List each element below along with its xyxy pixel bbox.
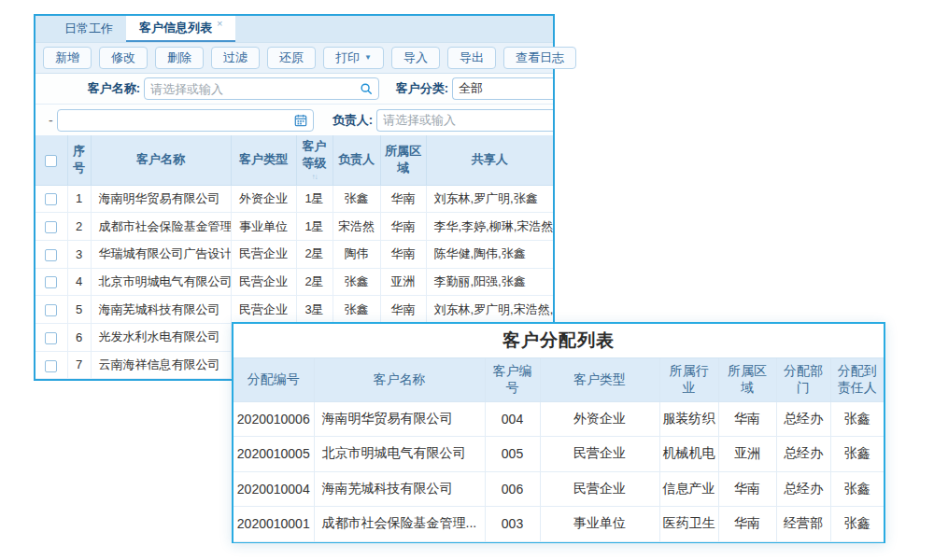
cell-customer-name[interactable]: 海南明华贸易有限公司 xyxy=(314,401,485,437)
cell-assignee[interactable]: 张鑫 xyxy=(830,401,884,437)
cell-industry: 服装纺织 xyxy=(659,401,718,437)
col-region: 所属区域 xyxy=(380,135,426,185)
cell-alloc-no[interactable]: 2020010001 xyxy=(234,507,314,542)
cell-alloc-no[interactable]: 2020010004 xyxy=(234,471,314,507)
cell-customer-type: 事业单位 xyxy=(540,507,659,542)
row-checkbox[interactable] xyxy=(45,221,57,233)
tab-customer-info-list[interactable]: 客户信息列表 × xyxy=(126,16,235,42)
cell-region: 华南 xyxy=(718,401,776,437)
cell-customer-no: 003 xyxy=(485,507,540,542)
table-row[interactable]: 2020010001 成都市社会保险基金管理... 003 事业单位 医药卫生 … xyxy=(234,507,884,542)
edit-button[interactable]: 修改 xyxy=(99,47,148,69)
cell-customer-name[interactable]: 云南海祥信息有限公司 xyxy=(91,351,231,379)
row-select xyxy=(35,323,67,351)
table-row[interactable]: 2020010005 北京市明城电气有限公司 005 民营企业 机械机电 亚洲 … xyxy=(234,437,884,472)
tab-close-icon[interactable]: × xyxy=(217,18,222,29)
cell-region: 华南 xyxy=(380,213,426,241)
customer-category-value: 全部 xyxy=(459,80,483,97)
print-button-label: 打印 xyxy=(335,50,360,65)
cell-assignee[interactable]: 张鑫 xyxy=(830,507,884,542)
col-customer-no: 客户编号 xyxy=(485,358,540,401)
cell-no: 7 xyxy=(67,351,91,379)
tab-bar: 日常工作 客户信息列表 × xyxy=(35,16,553,43)
cell-shared: 李华,李婷,柳琳,宋浩然,张鑫 xyxy=(426,213,553,241)
table-row[interactable]: 2020010006 海南明华贸易有限公司 004 外资企业 服装纺织 华南 总… xyxy=(234,401,884,437)
cell-alloc-no[interactable]: 2020010005 xyxy=(234,437,314,472)
row-select xyxy=(35,240,67,268)
customer-name-input[interactable] xyxy=(150,82,360,96)
allocation-list-title: 客户分配列表 xyxy=(234,324,884,358)
sort-icon[interactable]: ↑↓ xyxy=(297,174,333,181)
table-row[interactable]: 1 海南明华贸易有限公司 外资企业 1星 张鑫 华南 刘东林,罗广明,张鑫 xyxy=(35,185,553,213)
customer-category-select[interactable]: 全部 xyxy=(452,77,553,100)
select-all-header xyxy=(35,135,67,185)
row-select xyxy=(35,351,67,379)
date-range-separator: - xyxy=(47,113,55,128)
cell-alloc-no[interactable]: 2020010006 xyxy=(234,401,314,437)
cell-customer-name[interactable]: 北京市明城电气有限公司 xyxy=(314,437,485,472)
add-button[interactable]: 新增 xyxy=(43,47,92,69)
cell-shared: 刘东林,罗广明,宋浩然,张鑫 xyxy=(426,296,553,324)
cell-no: 3 xyxy=(67,240,91,268)
cell-customer-level: 1星 xyxy=(296,213,333,241)
cell-customer-name[interactable]: 北京市明城电气有限公司 xyxy=(91,268,231,296)
date-field xyxy=(57,109,315,132)
customer-allocation-table: 分配编号 客户名称 客户编号 客户类型 所属行业 所属区域 分配部门 分配到责任… xyxy=(234,358,884,542)
import-button[interactable]: 导入 xyxy=(391,47,440,69)
cell-region: 亚洲 xyxy=(380,268,426,296)
cell-customer-name[interactable]: 光发水利水电有限公司 xyxy=(91,323,231,351)
select-all-checkbox[interactable] xyxy=(45,155,57,167)
print-button[interactable]: 打印 ▼ xyxy=(323,47,384,69)
col-customer-name: 客户名称 xyxy=(314,358,485,401)
filter-button-label: 过滤 xyxy=(223,50,248,65)
search-icon[interactable] xyxy=(360,82,373,95)
cell-owner[interactable]: 张鑫 xyxy=(333,185,380,213)
row-checkbox[interactable] xyxy=(45,304,57,316)
cell-region: 亚洲 xyxy=(718,437,776,472)
cell-owner[interactable]: 张鑫 xyxy=(333,268,380,296)
cell-owner[interactable]: 宋浩然 xyxy=(333,213,380,241)
cell-customer-name[interactable]: 华瑞城有限公司广告设计部 xyxy=(91,240,231,268)
cell-customer-name[interactable]: 海南芜城科技有限公司 xyxy=(314,471,485,507)
cell-industry: 信息产业 xyxy=(659,471,718,507)
tab-daily-work[interactable]: 日常工作 xyxy=(51,16,126,42)
row-checkbox[interactable] xyxy=(45,332,57,344)
owner-input[interactable] xyxy=(383,113,547,127)
owner-label: 负责人: xyxy=(314,112,373,129)
cell-shared: 陈华健,陶伟,张鑫 xyxy=(426,240,553,268)
date-input[interactable] xyxy=(64,113,295,127)
export-button[interactable]: 导出 xyxy=(447,47,496,69)
cell-shared: 李勤丽,阳强,张鑫 xyxy=(426,268,553,296)
cell-region: 华南 xyxy=(380,240,426,268)
cell-customer-type: 民营企业 xyxy=(540,471,659,507)
table-row[interactable]: 2020010004 海南芜城科技有限公司 006 民营企业 信息产业 华南 总… xyxy=(234,471,884,507)
cell-customer-name[interactable]: 海南明华贸易有限公司 xyxy=(91,185,231,213)
cell-assignee[interactable]: 张鑫 xyxy=(830,437,884,472)
restore-button-label: 还原 xyxy=(279,50,304,65)
row-checkbox[interactable] xyxy=(45,276,57,288)
col-customer-level[interactable]: 客户等级 ↑↓ xyxy=(296,135,333,185)
cell-customer-name[interactable]: 海南芜城科技有限公司 xyxy=(91,296,231,324)
table-row[interactable]: 2 成都市社会保险基金管理... 事业单位 1星 宋浩然 华南 李华,李婷,柳琳… xyxy=(35,213,553,241)
cell-assignee[interactable]: 张鑫 xyxy=(830,471,884,507)
table-row[interactable]: 5 海南芜城科技有限公司 民营企业 3星 张鑫 华南 刘东林,罗广明,宋浩然,张… xyxy=(35,296,553,324)
calendar-icon[interactable] xyxy=(294,114,307,127)
cell-no: 4 xyxy=(67,268,91,296)
cell-owner[interactable]: 张鑫 xyxy=(333,296,380,324)
filter-button[interactable]: 过滤 xyxy=(211,47,260,69)
row-checkbox[interactable] xyxy=(45,249,57,261)
cell-customer-name[interactable]: 成都市社会保险基金管理... xyxy=(91,213,231,241)
cell-owner[interactable]: 陶伟 xyxy=(333,240,380,268)
view-log-button[interactable]: 查看日志 xyxy=(503,47,576,69)
cell-region: 华南 xyxy=(718,507,776,542)
filter-row-1: 客户名称: 客户分类: 全部 xyxy=(35,74,553,105)
delete-button[interactable]: 删除 xyxy=(155,47,204,69)
row-checkbox[interactable] xyxy=(45,360,57,372)
cell-customer-name[interactable]: 成都市社会保险基金管理... xyxy=(314,507,485,542)
col-customer-level-label: 客户等级 xyxy=(303,139,327,170)
import-button-label: 导入 xyxy=(403,50,428,65)
table-row[interactable]: 4 北京市明城电气有限公司 民营企业 2星 张鑫 亚洲 李勤丽,阳强,张鑫 xyxy=(35,268,553,296)
row-checkbox[interactable] xyxy=(45,193,57,205)
table-row[interactable]: 3 华瑞城有限公司广告设计部 民营企业 2星 陶伟 华南 陈华健,陶伟,张鑫 xyxy=(35,240,553,268)
restore-button[interactable]: 还原 xyxy=(267,47,316,69)
